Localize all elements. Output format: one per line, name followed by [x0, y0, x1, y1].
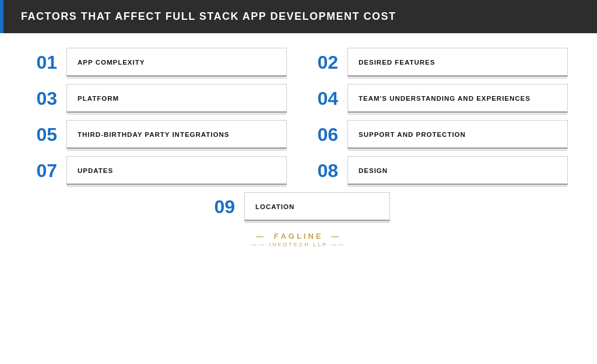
factor-label-07: UPDATES: [78, 167, 113, 174]
factor-label-09: LOCATION: [255, 203, 294, 210]
factor-box-01: APP COMPLEXITY: [66, 48, 287, 77]
main-content: 01 APP COMPLEXITY 02 DESIRED FEATURES 03…: [0, 33, 597, 253]
factor-box-05: THIRD-BIRTHDAY PARTY INTEGRATIONS: [66, 120, 287, 149]
factor-item-06: 06 SUPPORT AND PROTECTION: [310, 120, 568, 149]
factor-item-08: 08 DESIGN: [310, 156, 568, 185]
page-title: FACTORS THAT AFFECT FULL STACK APP DEVEL…: [21, 10, 396, 23]
logo-sub: INFOTECH LLP: [252, 242, 346, 248]
factor-label-01: APP COMPLEXITY: [78, 59, 145, 66]
factor-item-03: 03 PLATFORM: [29, 84, 287, 113]
factor-item-02: 02 DESIRED FEATURES: [310, 48, 568, 77]
factor-number-06: 06: [310, 125, 338, 144]
factor-item-01: 01 APP COMPLEXITY: [29, 48, 287, 77]
factor-label-05: THIRD-BIRTHDAY PARTY INTEGRATIONS: [78, 131, 229, 138]
factor-item-05: 05 THIRD-BIRTHDAY PARTY INTEGRATIONS: [29, 120, 287, 149]
factor-label-02: DESIRED FEATURES: [359, 59, 435, 66]
logo-main: FAGLINE: [256, 232, 341, 241]
logo-section: FAGLINE INFOTECH LLP: [29, 232, 568, 248]
page-header: FACTORS THAT AFFECT FULL STACK APP DEVEL…: [0, 0, 597, 33]
factor-box-02: DESIRED FEATURES: [347, 48, 568, 77]
factor-number-09: 09: [207, 197, 235, 216]
factor-label-03: PLATFORM: [78, 95, 119, 102]
factor-item-center: 09 LOCATION: [207, 192, 390, 221]
factor-number-01: 01: [29, 53, 57, 72]
factor-label-04: TEAM'S UNDERSTANDING AND EXPERIENCES: [359, 95, 531, 102]
factors-grid: 01 APP COMPLEXITY 02 DESIRED FEATURES 03…: [29, 48, 568, 185]
factor-box-06: SUPPORT AND PROTECTION: [347, 120, 568, 149]
factor-box-09: LOCATION: [244, 192, 390, 221]
factor-number-04: 04: [310, 89, 338, 108]
factor-box-08: DESIGN: [347, 156, 568, 185]
factor-number-05: 05: [29, 125, 57, 144]
factor-number-08: 08: [310, 161, 338, 180]
factor-number-07: 07: [29, 161, 57, 180]
factor-item-04: 04 TEAM'S UNDERSTANDING AND EXPERIENCES: [310, 84, 568, 113]
bottom-row: 09 LOCATION: [29, 192, 568, 221]
factor-label-06: SUPPORT AND PROTECTION: [359, 131, 466, 138]
factor-number-03: 03: [29, 89, 57, 108]
factor-box-07: UPDATES: [66, 156, 287, 185]
factor-label-08: DESIGN: [359, 167, 388, 174]
factor-box-04: TEAM'S UNDERSTANDING AND EXPERIENCES: [347, 84, 568, 113]
factor-item-07: 07 UPDATES: [29, 156, 287, 185]
factor-number-02: 02: [310, 53, 338, 72]
factor-box-03: PLATFORM: [66, 84, 287, 113]
